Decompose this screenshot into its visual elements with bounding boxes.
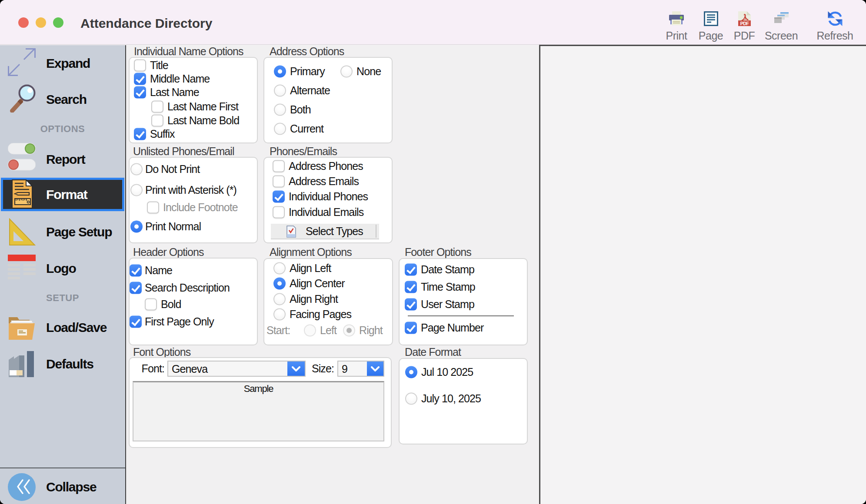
svg-text:PDF: PDF — [740, 21, 749, 26]
